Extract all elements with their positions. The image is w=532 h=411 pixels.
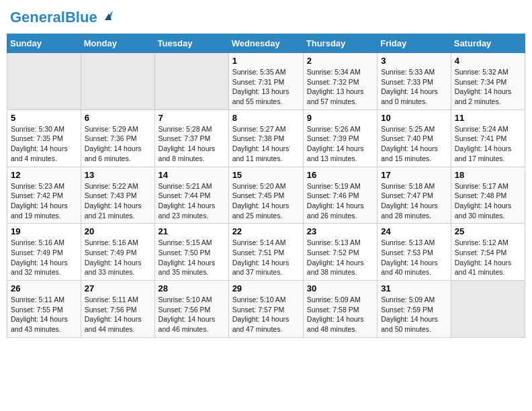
day-number: 20: [85, 226, 151, 236]
day-info: Sunrise: 5:15 AM Sunset: 7:50 PM Dayligh…: [159, 238, 225, 277]
day-info: Sunrise: 5:11 AM Sunset: 7:55 PM Dayligh…: [11, 295, 77, 334]
calendar-cell: 23Sunrise: 5:13 AM Sunset: 7:52 PM Dayli…: [303, 224, 377, 281]
calendar-cell: 25Sunrise: 5:12 AM Sunset: 7:54 PM Dayli…: [451, 224, 525, 281]
day-info: Sunrise: 5:20 AM Sunset: 7:45 PM Dayligh…: [232, 181, 300, 221]
calendar-cell: 21Sunrise: 5:15 AM Sunset: 7:50 PM Dayli…: [154, 224, 228, 281]
day-info: Sunrise: 5:19 AM Sunset: 7:46 PM Dayligh…: [307, 181, 373, 221]
calendar-cell: 29Sunrise: 5:10 AM Sunset: 7:57 PM Dayli…: [228, 281, 303, 338]
day-info: Sunrise: 5:30 AM Sunset: 7:35 PM Dayligh…: [11, 124, 77, 164]
day-info: Sunrise: 5:13 AM Sunset: 7:52 PM Dayligh…: [307, 238, 373, 277]
calendar-cell: 10Sunrise: 5:25 AM Sunset: 7:40 PM Dayli…: [378, 109, 451, 167]
column-header-monday: Monday: [81, 34, 154, 53]
day-info: Sunrise: 5:32 AM Sunset: 7:34 PM Dayligh…: [455, 67, 521, 107]
day-number: 8: [232, 113, 300, 123]
day-number: 31: [381, 283, 447, 293]
column-header-saturday: Saturday: [451, 34, 525, 53]
day-number: 28: [159, 283, 225, 293]
calendar-cell: 27Sunrise: 5:11 AM Sunset: 7:56 PM Dayli…: [81, 281, 154, 338]
day-info: Sunrise: 5:16 AM Sunset: 7:49 PM Dayligh…: [11, 238, 77, 277]
calendar-cell: 7Sunrise: 5:28 AM Sunset: 7:37 PM Daylig…: [154, 109, 228, 167]
day-number: 24: [381, 226, 447, 236]
calendar-cell: 22Sunrise: 5:14 AM Sunset: 7:51 PM Dayli…: [228, 224, 303, 281]
day-info: Sunrise: 5:12 AM Sunset: 7:54 PM Dayligh…: [455, 238, 521, 277]
day-number: 27: [85, 283, 151, 293]
logo-general: General: [10, 9, 65, 26]
day-number: 19: [11, 226, 77, 236]
calendar-cell: [154, 53, 228, 110]
calendar-week-row: 1Sunrise: 5:35 AM Sunset: 7:31 PM Daylig…: [7, 53, 525, 110]
column-header-thursday: Thursday: [303, 34, 377, 53]
column-header-sunday: Sunday: [7, 34, 81, 53]
calendar-cell: 19Sunrise: 5:16 AM Sunset: 7:49 PM Dayli…: [7, 224, 81, 281]
day-number: 25: [455, 226, 521, 236]
calendar-cell: 26Sunrise: 5:11 AM Sunset: 7:55 PM Dayli…: [7, 281, 81, 338]
calendar-table: SundayMondayTuesdayWednesdayThursdayFrid…: [7, 34, 525, 338]
day-info: Sunrise: 5:29 AM Sunset: 7:36 PM Dayligh…: [85, 124, 151, 164]
day-info: Sunrise: 5:28 AM Sunset: 7:37 PM Dayligh…: [159, 124, 225, 164]
day-info: Sunrise: 5:21 AM Sunset: 7:44 PM Dayligh…: [159, 181, 225, 221]
day-number: 16: [307, 170, 373, 180]
logo-blue: Blue: [65, 9, 97, 26]
calendar-cell: 31Sunrise: 5:09 AM Sunset: 7:59 PM Dayli…: [378, 281, 451, 338]
day-info: Sunrise: 5:16 AM Sunset: 7:49 PM Dayligh…: [85, 238, 151, 277]
day-number: 5: [11, 113, 77, 123]
day-number: 11: [455, 113, 521, 123]
column-header-tuesday: Tuesday: [154, 34, 228, 53]
day-number: 18: [455, 170, 521, 180]
day-number: 21: [159, 226, 225, 236]
calendar-cell: 24Sunrise: 5:13 AM Sunset: 7:53 PM Dayli…: [378, 224, 451, 281]
day-info: Sunrise: 5:17 AM Sunset: 7:48 PM Dayligh…: [455, 181, 521, 221]
day-info: Sunrise: 5:10 AM Sunset: 7:56 PM Dayligh…: [159, 295, 225, 334]
day-info: Sunrise: 5:11 AM Sunset: 7:56 PM Dayligh…: [85, 295, 151, 334]
day-number: 29: [232, 283, 300, 293]
calendar-cell: 1Sunrise: 5:35 AM Sunset: 7:31 PM Daylig…: [228, 53, 303, 110]
calendar-cell: 9Sunrise: 5:26 AM Sunset: 7:39 PM Daylig…: [303, 109, 377, 167]
day-number: 3: [381, 56, 447, 66]
calendar-cell: 8Sunrise: 5:27 AM Sunset: 7:38 PM Daylig…: [228, 109, 303, 167]
calendar-cell: 4Sunrise: 5:32 AM Sunset: 7:34 PM Daylig…: [451, 53, 525, 110]
day-number: 14: [159, 170, 225, 180]
day-number: 23: [307, 226, 373, 236]
calendar-cell: [7, 53, 81, 110]
day-number: 10: [381, 113, 447, 123]
calendar-cell: 2Sunrise: 5:34 AM Sunset: 7:32 PM Daylig…: [303, 53, 377, 110]
logo: GeneralBlue: [10, 10, 116, 25]
column-header-wednesday: Wednesday: [228, 34, 303, 53]
day-number: 22: [232, 226, 300, 236]
day-number: 26: [11, 283, 77, 293]
calendar-cell: 14Sunrise: 5:21 AM Sunset: 7:44 PM Dayli…: [154, 167, 228, 224]
day-number: 9: [307, 113, 373, 123]
day-number: 2: [307, 56, 373, 66]
calendar-cell: 3Sunrise: 5:33 AM Sunset: 7:33 PM Daylig…: [378, 53, 451, 110]
day-number: 4: [455, 56, 521, 66]
calendar-cell: 13Sunrise: 5:22 AM Sunset: 7:43 PM Dayli…: [81, 167, 154, 224]
calendar-cell: 16Sunrise: 5:19 AM Sunset: 7:46 PM Dayli…: [303, 167, 377, 224]
day-number: 17: [381, 170, 447, 180]
day-number: 7: [159, 113, 225, 123]
calendar-cell: 18Sunrise: 5:17 AM Sunset: 7:48 PM Dayli…: [451, 167, 525, 224]
day-number: 6: [85, 113, 151, 123]
calendar-cell: [81, 53, 154, 110]
day-info: Sunrise: 5:14 AM Sunset: 7:51 PM Dayligh…: [232, 238, 300, 277]
calendar-header-row: SundayMondayTuesdayWednesdayThursdayFrid…: [7, 34, 525, 53]
day-info: Sunrise: 5:22 AM Sunset: 7:43 PM Dayligh…: [85, 181, 151, 221]
day-info: Sunrise: 5:09 AM Sunset: 7:58 PM Dayligh…: [307, 295, 373, 334]
calendar-cell: 30Sunrise: 5:09 AM Sunset: 7:58 PM Dayli…: [303, 281, 377, 338]
day-info: Sunrise: 5:23 AM Sunset: 7:42 PM Dayligh…: [11, 181, 77, 221]
day-info: Sunrise: 5:26 AM Sunset: 7:39 PM Dayligh…: [307, 124, 373, 164]
day-info: Sunrise: 5:10 AM Sunset: 7:57 PM Dayligh…: [232, 295, 300, 334]
calendar-cell: 28Sunrise: 5:10 AM Sunset: 7:56 PM Dayli…: [154, 281, 228, 338]
calendar-week-row: 26Sunrise: 5:11 AM Sunset: 7:55 PM Dayli…: [7, 281, 525, 338]
day-number: 30: [307, 283, 373, 293]
calendar-cell: 17Sunrise: 5:18 AM Sunset: 7:47 PM Dayli…: [378, 167, 451, 224]
calendar-cell: 15Sunrise: 5:20 AM Sunset: 7:45 PM Dayli…: [228, 167, 303, 224]
calendar-week-row: 19Sunrise: 5:16 AM Sunset: 7:49 PM Dayli…: [7, 224, 525, 281]
calendar-week-row: 12Sunrise: 5:23 AM Sunset: 7:42 PM Dayli…: [7, 167, 525, 224]
calendar-cell: 5Sunrise: 5:30 AM Sunset: 7:35 PM Daylig…: [7, 109, 81, 167]
day-info: Sunrise: 5:24 AM Sunset: 7:41 PM Dayligh…: [455, 124, 521, 164]
page-header: GeneralBlue: [7, 7, 525, 28]
day-info: Sunrise: 5:25 AM Sunset: 7:40 PM Dayligh…: [381, 124, 447, 164]
day-info: Sunrise: 5:27 AM Sunset: 7:38 PM Dayligh…: [232, 124, 300, 164]
day-info: Sunrise: 5:35 AM Sunset: 7:31 PM Dayligh…: [232, 67, 300, 107]
calendar-cell: 11Sunrise: 5:24 AM Sunset: 7:41 PM Dayli…: [451, 109, 525, 167]
